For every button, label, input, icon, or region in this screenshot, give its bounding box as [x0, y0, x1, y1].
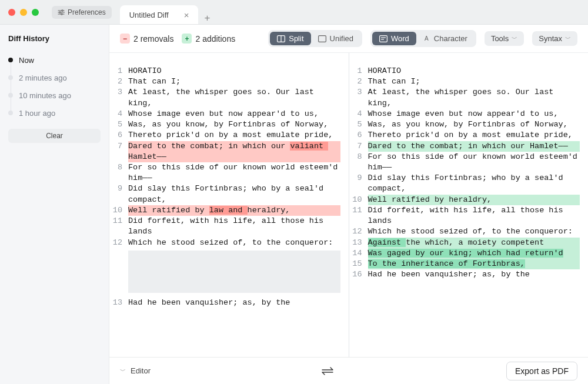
- diff-line: 10Well ratified by law and heraldry,: [112, 205, 340, 216]
- diff-line: 16Had he been vanquisher; as, by the: [352, 269, 580, 280]
- export-pdf-button[interactable]: Export as PDF: [506, 362, 577, 380]
- chevron-down-icon: ﹀: [120, 367, 126, 375]
- history-item[interactable]: 2 minutes ago: [8, 69, 101, 86]
- left-pane[interactable]: 1HORATIO2That can I;3At least, the whisp…: [109, 53, 349, 357]
- diff-line: 9Did slay this Fortinbras; who by a seal…: [352, 173, 580, 194]
- diff-line: 13Had he been vanquisher; as, by the: [112, 298, 340, 308]
- diff-line: 5Was, as you know, by Fortinbras of Norw…: [112, 119, 340, 130]
- tools-dropdown[interactable]: Tools ﹀: [485, 31, 524, 46]
- diff-line: 1HORATIO: [112, 66, 340, 76]
- history-item-label: 2 minutes ago: [19, 74, 67, 82]
- line-number: 15: [352, 259, 368, 269]
- history-item[interactable]: Now: [8, 51, 101, 69]
- svg-rect-6: [380, 35, 387, 42]
- line-content: Which he stood seized of, to the conquer…: [368, 226, 580, 237]
- unified-view-button[interactable]: Unified: [311, 32, 360, 45]
- character-icon: A: [423, 35, 430, 42]
- diff-area: 1HORATIO2That can I;3At least, the whisp…: [109, 53, 588, 357]
- svg-rect-5: [318, 35, 326, 42]
- minus-chip-icon: −: [120, 34, 130, 44]
- zoom-window-button[interactable]: [32, 9, 39, 16]
- svg-point-2: [61, 13, 62, 14]
- plus-chip-icon: +: [182, 34, 192, 44]
- sidebar-heading: Diff History: [8, 34, 101, 43]
- swap-icon[interactable]: [320, 366, 336, 376]
- alignment-placeholder: [128, 251, 340, 293]
- line-number: 6: [112, 130, 128, 141]
- line-content: At least, the whisper goes so. Our last …: [368, 87, 580, 108]
- diff-line: 3At least, the whisper goes so. Our last…: [112, 87, 340, 108]
- line-content: Had he been vanquisher; as, by the: [368, 269, 580, 280]
- editor-toggle[interactable]: ﹀ Editor: [120, 366, 151, 375]
- editor-label: Editor: [131, 366, 151, 375]
- split-view-button[interactable]: Split: [270, 32, 310, 45]
- line-content: Was, as you know, by Fortinbras of Norwa…: [368, 119, 580, 130]
- line-number: 8: [352, 152, 368, 162]
- diff-line: 4Whose image even but now appear'd to us…: [352, 109, 580, 119]
- line-number: 1: [352, 66, 368, 76]
- toolbar: − 2 removals + 2 additions Split: [109, 25, 588, 53]
- diff-line: 4Whose image even but now appear'd to us…: [112, 109, 340, 119]
- sidebar: Diff History Now2 minutes ago10 minutes …: [0, 25, 109, 384]
- character-granularity-button[interactable]: A Character: [416, 32, 475, 45]
- word-icon: [379, 35, 387, 42]
- preferences-label: Preferences: [68, 8, 106, 16]
- right-pane[interactable]: 1HORATIO2That can I;3At least, the whisp…: [349, 53, 589, 357]
- line-number: 3: [352, 87, 368, 98]
- line-number: 11: [112, 216, 128, 226]
- line-number: 10: [352, 195, 368, 205]
- line-number: 2: [112, 76, 128, 87]
- word-highlight: valiant: [290, 142, 328, 151]
- word-highlight: law and: [209, 206, 248, 215]
- clear-history-button[interactable]: Clear: [8, 129, 101, 143]
- footer: ﹀ Editor Export as PDF: [109, 357, 588, 384]
- removals-count: 2 removals: [133, 34, 173, 44]
- new-tab-button[interactable]: +: [198, 12, 216, 24]
- line-number: 8: [112, 162, 128, 173]
- history-item[interactable]: 1 hour ago: [8, 104, 101, 122]
- history-item-label: Now: [19, 56, 34, 65]
- history-dot-icon: [8, 75, 13, 80]
- history-dot-icon: [8, 111, 13, 115]
- line-content: Whose image even but now appear'd to us,: [128, 109, 340, 119]
- sliders-icon: [58, 9, 65, 16]
- diff-line: 6Thereto prick'd on by a most emulate pr…: [352, 130, 580, 141]
- diff-line: 8For so this side of our known world est…: [112, 162, 340, 183]
- diff-line: 2That can I;: [112, 76, 340, 87]
- unified-label: Unified: [330, 34, 353, 43]
- svg-point-0: [62, 9, 63, 11]
- close-tab-button[interactable]: ×: [184, 10, 189, 20]
- line-number: 4: [352, 109, 368, 119]
- syntax-dropdown[interactable]: Syntax ﹀: [532, 31, 577, 46]
- close-window-button[interactable]: [8, 9, 15, 16]
- history-item[interactable]: 10 minutes ago: [8, 86, 101, 104]
- preferences-button[interactable]: Preferences: [52, 6, 112, 19]
- word-highlight: Against: [368, 238, 406, 247]
- diff-line: 3At least, the whisper goes so. Our last…: [352, 87, 580, 108]
- diff-line: 9Did slay this Fortinbras; who by a seal…: [112, 183, 340, 205]
- diff-line: 10Well ratified by heraldry,: [352, 195, 580, 205]
- line-content: HORATIO: [368, 66, 580, 76]
- line-number: 11: [352, 205, 368, 216]
- word-granularity-button[interactable]: Word: [372, 32, 416, 45]
- diff-line: 15To the inheritance of Fortinbras,: [352, 259, 580, 269]
- line-number: 3: [112, 87, 128, 98]
- titlebar: Preferences Untitled Diff × +: [0, 0, 588, 25]
- history-item-label: 1 hour ago: [19, 109, 55, 118]
- tools-label: Tools: [491, 34, 509, 43]
- tab-untitled-diff[interactable]: Untitled Diff ×: [120, 5, 199, 24]
- line-number: 16: [352, 269, 368, 280]
- diff-line: 7Dared to the combat; in which our Hamle…: [352, 141, 580, 152]
- diff-line: 8For so this side of our known world est…: [352, 152, 580, 173]
- line-number: 10: [112, 205, 128, 216]
- minimize-window-button[interactable]: [20, 9, 27, 16]
- line-number: 12: [352, 226, 368, 237]
- line-number: 7: [352, 141, 368, 152]
- line-content: Thereto prick'd on by a most emulate pri…: [128, 130, 340, 141]
- line-content: Whose image even but now appear'd to us,: [368, 109, 580, 119]
- diff-line: 1HORATIO: [352, 66, 580, 76]
- line-number: 4: [112, 109, 128, 119]
- line-content: HORATIO: [128, 66, 340, 76]
- svg-text:A: A: [425, 35, 429, 42]
- unified-icon: [318, 35, 326, 42]
